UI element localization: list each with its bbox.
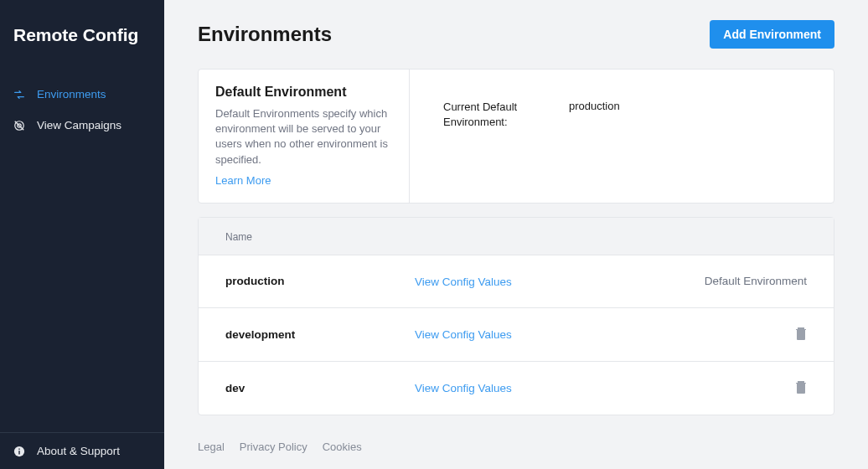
trash-icon[interactable] bbox=[795, 384, 807, 396]
current-default-value: production bbox=[569, 100, 620, 112]
footer-links: Legal Privacy Policy Cookies bbox=[198, 441, 834, 453]
environments-table: Name production View Config Values Defau… bbox=[198, 217, 834, 415]
column-header-name: Name bbox=[225, 231, 252, 243]
env-row-right bbox=[795, 327, 807, 343]
swap-icon bbox=[13, 89, 25, 100]
sidebar-item-about-support[interactable]: About & Support bbox=[0, 433, 164, 469]
table-row: development View Config Values bbox=[199, 308, 834, 362]
current-default-label: Current Default Environment: bbox=[443, 100, 569, 130]
sidebar-item-label: About & Support bbox=[37, 445, 120, 457]
footer-link-privacy-policy[interactable]: Privacy Policy bbox=[240, 441, 307, 453]
sidebar-header: Remote Config bbox=[0, 0, 164, 79]
default-card-title: Default Environment bbox=[215, 85, 392, 100]
default-environment-card: Default Environment Default Environments… bbox=[198, 69, 834, 204]
view-config-values-link[interactable]: View Config Values bbox=[415, 328, 512, 341]
view-config-values-link[interactable]: View Config Values bbox=[415, 382, 512, 394]
env-action: View Config Values bbox=[415, 274, 705, 289]
footer-link-legal[interactable]: Legal bbox=[198, 441, 225, 453]
page-title: Environments bbox=[198, 23, 332, 46]
view-config-values-link[interactable]: View Config Values bbox=[415, 276, 512, 288]
footer-link-cookies[interactable]: Cookies bbox=[323, 441, 362, 453]
env-name: dev bbox=[225, 382, 415, 394]
svg-rect-5 bbox=[18, 448, 19, 449]
learn-more-link[interactable]: Learn More bbox=[215, 174, 271, 187]
env-action: View Config Values bbox=[415, 327, 795, 342]
env-name: production bbox=[225, 275, 415, 287]
sidebar-footer: About & Support bbox=[0, 432, 164, 469]
sidebar: Remote Config Environments View Campaign… bbox=[0, 0, 164, 469]
default-card-description: Default Environments specify which envir… bbox=[215, 106, 392, 168]
trash-icon[interactable] bbox=[795, 330, 807, 343]
sidebar-item-view-campaigns[interactable]: View Campaigns bbox=[0, 110, 164, 141]
env-row-right bbox=[795, 380, 807, 396]
main-content: Environments Add Environment Default Env… bbox=[164, 0, 868, 469]
sidebar-nav: Environments View Campaigns bbox=[0, 79, 164, 432]
default-card-value-panel: Current Default Environment: production bbox=[410, 70, 834, 203]
svg-rect-4 bbox=[18, 451, 19, 454]
app-title: Remote Config bbox=[13, 25, 151, 45]
env-action: View Config Values bbox=[415, 380, 795, 395]
table-header-row: Name bbox=[199, 218, 834, 255]
default-card-info: Default Environment Default Environments… bbox=[199, 70, 410, 203]
table-row: dev View Config Values bbox=[199, 362, 834, 415]
sidebar-item-label: Environments bbox=[37, 88, 106, 100]
env-name: development bbox=[225, 328, 415, 341]
target-icon bbox=[13, 120, 25, 131]
sidebar-item-label: View Campaigns bbox=[37, 119, 121, 131]
table-row: production View Config Values Default En… bbox=[199, 255, 834, 308]
add-environment-button[interactable]: Add Environment bbox=[710, 20, 834, 49]
sidebar-item-environments[interactable]: Environments bbox=[0, 79, 164, 110]
page-header: Environments Add Environment bbox=[198, 20, 834, 49]
info-icon bbox=[13, 446, 25, 457]
default-environment-badge: Default Environment bbox=[705, 275, 807, 287]
